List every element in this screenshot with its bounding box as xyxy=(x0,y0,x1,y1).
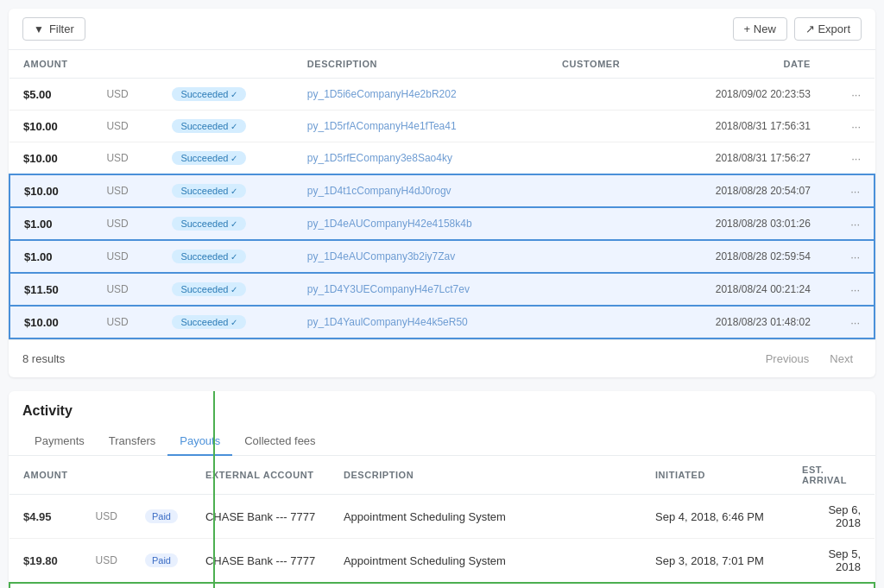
col-description: DESCRIPTION xyxy=(294,50,548,79)
charge-status: Succeeded ✓ xyxy=(158,306,293,338)
export-button[interactable]: ↗ Export xyxy=(794,17,862,41)
charges-table-wrapper: AMOUNT DESCRIPTION CUSTOMER DATE $5.00 U… xyxy=(9,50,875,339)
col-date: DATE xyxy=(662,50,824,79)
activity-row[interactable]: $19.80 USD Paid CHASE Bank --- 7777 Appo… xyxy=(9,539,875,584)
activity-table: AMOUNT EXTERNAL ACCOUNT DESCRIPTION INIT… xyxy=(9,456,875,588)
charge-customer xyxy=(548,273,661,306)
col-amount: AMOUNT xyxy=(9,50,294,79)
charge-customer xyxy=(548,111,661,142)
charge-currency: USD xyxy=(92,111,158,142)
act-col-amount: AMOUNT xyxy=(9,456,82,495)
charge-status: Succeeded ✓ xyxy=(158,207,293,240)
charges-section: ▼ Filter + New ↗ Export AMOUNT DESCRIPTI… xyxy=(9,9,875,377)
charge-description: py_1D5rfECompany3e8Sao4ky xyxy=(294,142,548,175)
check-icon: ✓ xyxy=(230,90,237,99)
activity-row[interactable]: $32.26 USD Paid CHASE Bank --- 7777 Appo… xyxy=(9,583,875,588)
tab-transfers[interactable]: Transfers xyxy=(97,427,167,456)
charge-more-menu[interactable]: ··· xyxy=(824,273,875,306)
new-button[interactable]: + New xyxy=(733,17,787,41)
charge-description: py_1D4t1cCompanyH4dJ0rogv xyxy=(294,174,548,207)
charge-date: 2018/08/31 17:56:31 xyxy=(662,111,824,142)
act-ext-account: CHASE Bank --- 7777 xyxy=(192,495,330,539)
filter-button[interactable]: ▼ Filter xyxy=(22,17,85,41)
charges-row[interactable]: $1.00 USD Succeeded ✓ py_1D4eAUCompanyH4… xyxy=(9,207,875,240)
activity-title: Activity xyxy=(9,391,875,419)
results-count: 8 results xyxy=(22,352,65,365)
charge-customer xyxy=(548,240,661,273)
charges-row[interactable]: $1.00 USD Succeeded ✓ py_1D4eAUCompany3b… xyxy=(9,240,875,273)
col-more xyxy=(824,50,875,79)
activity-tbody: $4.95 USD Paid CHASE Bank --- 7777 Appoi… xyxy=(9,495,875,589)
previous-button[interactable]: Previous xyxy=(757,349,818,369)
charge-description: py_1D4eAUCompanyH42e4158k4b xyxy=(294,207,548,240)
act-description: Appointment Scheduling System xyxy=(330,495,641,539)
act-col-currency xyxy=(82,456,131,495)
charge-date: 2018/08/28 02:59:54 xyxy=(662,240,824,273)
charge-status: Succeeded ✓ xyxy=(158,111,293,142)
succeeded-badge: Succeeded ✓ xyxy=(172,151,246,165)
charge-date: 2018/08/31 17:56:27 xyxy=(662,142,824,175)
activity-header-row: AMOUNT EXTERNAL ACCOUNT DESCRIPTION INIT… xyxy=(9,456,875,495)
charge-more-menu[interactable]: ··· xyxy=(824,306,875,338)
charge-more-menu[interactable]: ··· xyxy=(824,111,875,142)
charge-description: py_1D4Y3UECompanyH4e7Lct7ev xyxy=(294,273,548,306)
charge-description: py_1D5rfACompanyH4e1fTea41 xyxy=(294,111,548,142)
charges-row[interactable]: $10.00 USD Succeeded ✓ py_1D5rfACompanyH… xyxy=(9,111,875,142)
act-arrival: Sep 6, 2018 xyxy=(788,495,875,539)
charge-more-menu[interactable]: ··· xyxy=(824,142,875,175)
act-col-initiated: INITIATED xyxy=(641,456,788,495)
charges-row[interactable]: $5.00 USD Succeeded ✓ py_1D5i6eCompanyH4… xyxy=(9,79,875,111)
succeeded-badge: Succeeded ✓ xyxy=(172,184,246,198)
tab-payouts[interactable]: Payouts xyxy=(167,427,232,456)
charge-customer xyxy=(548,207,661,240)
charge-status: Succeeded ✓ xyxy=(158,79,293,111)
tab-collected-fees[interactable]: Collected fees xyxy=(232,427,327,456)
activity-tabs: Payments Transfers Payouts Collected fee… xyxy=(9,427,875,456)
check-icon: ✓ xyxy=(230,318,237,327)
charge-date: 2018/08/28 20:54:07 xyxy=(662,174,824,207)
check-icon: ✓ xyxy=(230,219,237,229)
charge-status: Succeeded ✓ xyxy=(158,273,293,306)
charge-date: 2018/08/28 03:01:26 xyxy=(662,207,824,240)
charge-more-menu[interactable]: ··· xyxy=(824,79,875,111)
charges-row[interactable]: $10.00 USD Succeeded ✓ py_1D5rfECompany3… xyxy=(9,142,875,175)
succeeded-badge: Succeeded ✓ xyxy=(172,250,246,263)
act-amount: $32.26 xyxy=(9,583,82,588)
pagination: Previous Next xyxy=(757,349,862,369)
act-col-arrival: EST. ARRIVAL xyxy=(788,456,875,495)
col-customer: CUSTOMER xyxy=(548,50,661,79)
act-initiated: Aug 28, 2018, 6:15 PM xyxy=(641,583,788,588)
charge-amount: $10.00 xyxy=(9,306,92,338)
charges-row[interactable]: $10.00 USD Succeeded ✓ py_1D4YaulCompany… xyxy=(9,306,875,338)
check-icon: ✓ xyxy=(230,122,237,131)
act-ext-account: CHASE Bank --- 7777 xyxy=(192,539,330,584)
charges-row[interactable]: $11.50 USD Succeeded ✓ py_1D4Y3UECompany… xyxy=(9,273,875,306)
charge-currency: USD xyxy=(92,207,158,240)
act-col-ext: EXTERNAL ACCOUNT xyxy=(192,456,330,495)
charge-currency: USD xyxy=(92,142,158,175)
charge-customer xyxy=(548,142,661,175)
charges-footer: 8 results Previous Next xyxy=(9,339,875,377)
charge-date: 2018/08/24 00:21:24 xyxy=(662,273,824,306)
act-arrival: Aug 30, 2018 xyxy=(788,583,875,588)
tab-payments[interactable]: Payments xyxy=(22,427,97,456)
charges-row[interactable]: $10.00 USD Succeeded ✓ py_1D4t1cCompanyH… xyxy=(9,174,875,207)
activity-row[interactable]: $4.95 USD Paid CHASE Bank --- 7777 Appoi… xyxy=(9,495,875,539)
new-label: + New xyxy=(744,22,776,35)
charge-status: Succeeded ✓ xyxy=(158,174,293,207)
charges-tbody: $5.00 USD Succeeded ✓ py_1D5i6eCompanyH4… xyxy=(9,79,875,339)
act-initiated: Sep 4, 2018, 6:46 PM xyxy=(641,495,788,539)
charge-status: Succeeded ✓ xyxy=(158,240,293,273)
charge-amount: $11.50 xyxy=(9,273,92,306)
charge-more-menu[interactable]: ··· xyxy=(824,240,875,273)
act-arrival: Sep 5, 2018 xyxy=(788,539,875,584)
charge-more-menu[interactable]: ··· xyxy=(824,207,875,240)
charges-header-row: AMOUNT DESCRIPTION CUSTOMER DATE xyxy=(9,50,875,79)
charges-table: AMOUNT DESCRIPTION CUSTOMER DATE $5.00 U… xyxy=(9,50,875,339)
next-button[interactable]: Next xyxy=(821,349,862,369)
act-currency: USD xyxy=(82,539,131,584)
charge-currency: USD xyxy=(92,240,158,273)
charge-description: py_1D5i6eCompanyH4e2bR202 xyxy=(294,79,548,111)
charge-description: py_1D4YaulCompanyH4e4k5eR50 xyxy=(294,306,548,338)
charge-more-menu[interactable]: ··· xyxy=(824,174,875,207)
